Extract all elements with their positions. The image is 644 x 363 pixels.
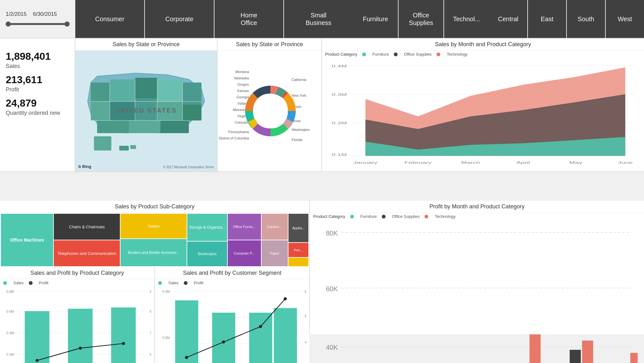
svg-text:80K: 80K (150, 310, 151, 313)
treemap-appliances: Applia... (288, 214, 308, 242)
segment-filter: Consumer Corporate HomeOffice SmallBusin… (75, 0, 353, 38)
treemap-paper: Paper (262, 240, 288, 266)
svg-rect-12 (129, 120, 160, 133)
bar-small-business (274, 308, 297, 363)
date-slider[interactable] (6, 23, 70, 25)
svg-text:0.1M: 0.1M (332, 153, 347, 157)
donut-chart-svg: Montana Nebraska Oregon Kansas Georgia I… (219, 56, 320, 166)
svg-text:June: June (618, 161, 633, 164)
svg-rect-1 (91, 83, 110, 102)
slider-handle-right[interactable] (65, 22, 70, 27)
region-west[interactable]: West (606, 0, 644, 38)
svg-rect-4 (157, 79, 183, 102)
sp-legend-sales-dot (3, 281, 7, 285)
quantity-value: 24,879 (6, 97, 69, 109)
sales-product-legend: Sales Profit (0, 279, 154, 286)
treemap-chairs: Chairs & Chairmats (54, 214, 120, 240)
slider-handle-left[interactable] (6, 22, 11, 27)
pc-legend-tech: Technology (435, 214, 455, 219)
line-chart-area: 0.4M 0.3M 0.2M 0.1M January (322, 58, 644, 175)
treemap-computer: Computer P... (228, 240, 261, 266)
sales-segment-chart: 0.5M 0.0M 60K 50K 40K (155, 286, 309, 363)
line-chart-legend: Product Category Furniture Office Suppli… (322, 51, 644, 58)
pc-legend-tech-dot (424, 215, 428, 218)
treemap-office-furnish: Office Furnis... (228, 214, 261, 240)
svg-rect-13 (160, 120, 189, 133)
legend-tech-dot (437, 52, 440, 56)
kpi-panel: 1,898,401 Sales 213,611 Profit 24,879 Qu… (0, 39, 75, 171)
date-start-label: 1/2/2015 (6, 11, 27, 17)
product-office-supplies[interactable]: OfficeSupplies (399, 0, 444, 38)
donut-panel: Sales by State or Province Montana Nebra… (218, 39, 322, 171)
treemap-office-machines: Office Machines (1, 214, 53, 266)
product-technology[interactable]: Technol... (444, 0, 489, 38)
sales-value: 1,898,401 (6, 51, 69, 62)
svg-rect-3 (135, 78, 157, 98)
svg-text:40K: 40K (326, 344, 338, 351)
line-chart-panel: Sales by Month and Product Category Prod… (322, 39, 644, 171)
profit-label: Profit (6, 86, 69, 93)
ss-legend-profit-dot (184, 281, 188, 285)
product-furniture[interactable]: Furniture (353, 0, 399, 38)
profit-legend-label: Product Category (313, 214, 345, 219)
svg-rect-21 (94, 136, 111, 151)
svg-rect-11 (97, 120, 129, 133)
svg-text:0.2M: 0.2M (332, 121, 347, 125)
svg-text:60K: 60K (150, 353, 151, 356)
svg-text:May: May (569, 161, 582, 164)
svg-text:60K: 60K (305, 290, 306, 293)
legend-office-dot (394, 52, 398, 56)
svg-text:January: January (353, 161, 378, 164)
sp-legend-profit-dot (29, 281, 33, 285)
sp-legend-profit: Profit (39, 280, 48, 285)
bar-office (68, 309, 93, 363)
region-filter: Central East South West (489, 0, 644, 38)
legend-office: Office Supplies (404, 52, 431, 57)
svg-rect-6 (91, 102, 110, 120)
sales-product-chart: 0.8M 0.6M 0.4M 0.2M 0.0M 90K 80K 70K 60K (0, 286, 154, 363)
svg-rect-116 (630, 353, 638, 363)
segment-consumer[interactable]: Consumer (75, 0, 145, 38)
treemap-telephones: Telephones and Communication (54, 240, 120, 266)
treemap-copiers: Copiers ... (262, 214, 288, 240)
svg-text:0.0M: 0.0M (162, 336, 170, 340)
svg-text:UNITED STATES: UNITED STATES (115, 107, 177, 114)
map-area: UNITED STATES b Bing © 2017 Microsoft Co… (75, 51, 217, 171)
svg-text:Washington: Washington (292, 128, 310, 132)
segment-corporate[interactable]: Corporate (145, 0, 214, 38)
bar-tech (111, 307, 136, 363)
svg-rect-114 (529, 334, 541, 363)
sales-segment-legend: Sales Profit (155, 279, 309, 286)
bar-corporate (212, 313, 235, 363)
segment-home-office[interactable]: HomeOffice (214, 0, 284, 38)
svg-rect-2 (110, 79, 135, 102)
svg-text:60K: 60K (326, 285, 338, 293)
region-east[interactable]: East (528, 0, 567, 38)
treemap-bookcases: Bookcases (187, 242, 227, 266)
svg-rect-10 (183, 105, 201, 120)
svg-rect-109 (570, 350, 581, 363)
profit-chart-title: Profit by Month and Product Category (310, 201, 644, 213)
svg-rect-115 (582, 341, 593, 363)
svg-rect-22 (119, 146, 129, 151)
svg-text:50K: 50K (305, 314, 306, 318)
product-filter: Furniture OfficeSupplies Technol... (353, 0, 489, 38)
region-central[interactable]: Central (489, 0, 528, 38)
treemap-panel: Sales by Product Sub-Category Office Mac… (0, 201, 310, 267)
svg-text:0.4M: 0.4M (6, 331, 14, 335)
bing-copyright: © 2017 Microsoft Corporation Terms (163, 165, 214, 169)
legend-furniture: Furniture (372, 52, 389, 57)
ss-legend-profit: Profit (194, 280, 203, 285)
pc-legend-furniture: Furniture (360, 214, 377, 219)
svg-text:Oregon: Oregon (237, 83, 249, 86)
segment-small-business[interactable]: SmallBusiness (284, 0, 353, 38)
svg-text:Florida: Florida (292, 138, 303, 142)
region-south[interactable]: South (567, 0, 606, 38)
ss-legend-sales-dot (158, 281, 162, 285)
svg-text:Nebraska: Nebraska (234, 76, 249, 80)
profit-chart-legend: Product Category Furniture Office Suppli… (310, 213, 644, 220)
treemap-pen: Pen... (288, 243, 308, 257)
date-end-label: 6/30/2015 (33, 11, 57, 17)
svg-text:90K: 90K (150, 290, 151, 293)
sales-product-panel: Sales and Profit by Product Category Sal… (0, 267, 155, 363)
